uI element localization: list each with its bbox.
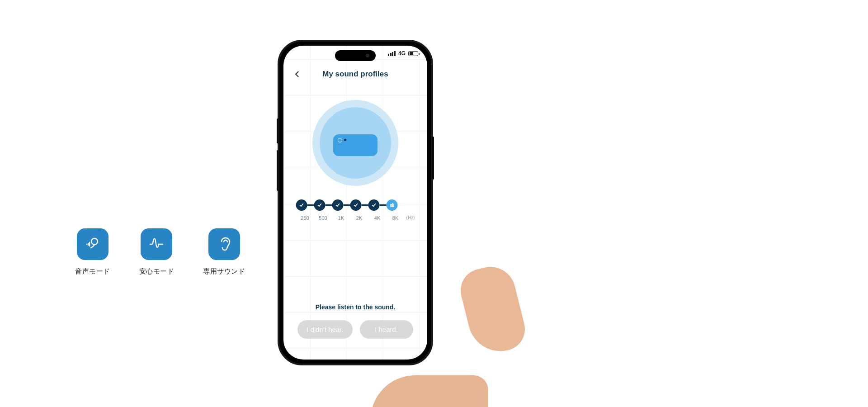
didnt-hear-button[interactable]: I didn't hear. — [297, 320, 352, 339]
feature-voice-mode: 音声モード — [75, 228, 110, 276]
freq-step-8K — [387, 199, 398, 211]
instruction-text: Please listen to the sound. — [283, 303, 427, 311]
freq-step-2K — [350, 199, 362, 211]
freq-step-500 — [314, 199, 326, 211]
response-buttons: I didn't hear. I heard. — [283, 320, 427, 339]
safe-mode-icon — [141, 228, 172, 260]
feature-personal-sound: 専用サウンド — [203, 228, 245, 276]
dynamic-island — [335, 50, 376, 61]
phone-screen: 4G My sound profiles 2505001K2K4K8K(Hz) … — [283, 46, 427, 360]
freq-unit: (Hz) — [406, 215, 415, 221]
phone-frame: 4G My sound profiles 2505001K2K4K8K(Hz) … — [278, 40, 433, 365]
freq-label: 8K — [387, 215, 405, 221]
ear-icon — [208, 228, 240, 260]
svg-point-0 — [91, 238, 98, 245]
freq-label: 250 — [296, 215, 314, 221]
feature-safe-mode: 安心モード — [139, 228, 175, 276]
device-illustration — [333, 134, 377, 156]
feature-label: 安心モード — [139, 267, 175, 276]
sound-visualizer — [312, 100, 398, 186]
app-header: My sound profiles — [283, 68, 427, 80]
freq-step-4K — [368, 199, 380, 211]
freq-step-250 — [296, 199, 307, 211]
freq-label: 1K — [332, 215, 350, 221]
freq-label: 2K — [350, 215, 368, 221]
feature-label: 音声モード — [75, 267, 110, 276]
freq-label: 4K — [368, 215, 387, 221]
heard-button[interactable]: I heard. — [360, 320, 413, 339]
status-bar: 4G — [388, 50, 418, 57]
freq-label: 500 — [314, 215, 332, 221]
feature-label: 専用サウンド — [203, 267, 245, 276]
page-title: My sound profiles — [322, 70, 388, 79]
network-label: 4G — [398, 50, 406, 57]
frequency-progress: 2505001K2K4K8K(Hz) — [296, 199, 415, 221]
voice-mode-icon — [77, 228, 108, 260]
freq-step-1K — [332, 199, 344, 211]
battery-icon — [408, 51, 418, 56]
signal-icon — [388, 51, 396, 56]
back-button[interactable] — [292, 68, 303, 80]
feature-icons: 音声モード 安心モード 専用サウンド — [75, 228, 245, 276]
